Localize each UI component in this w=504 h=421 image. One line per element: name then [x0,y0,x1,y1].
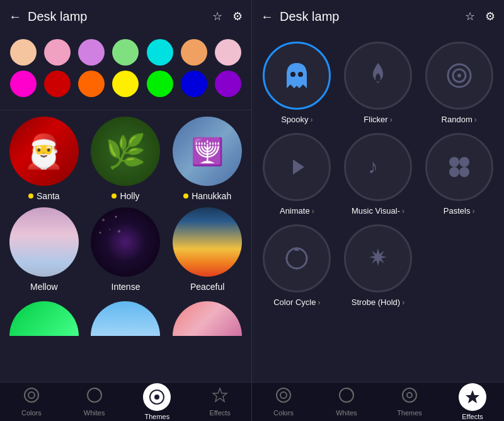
left-nav-whites[interactable]: Whites [63,383,126,421]
color-pink-light[interactable] [44,39,71,66]
theme-pink-partial[interactable] [169,298,245,336]
color-magenta[interactable] [10,71,37,97]
svg-point-20 [449,167,459,177]
left-nav-themes[interactable]: Themes [126,383,189,421]
theme-mellow-circle [9,207,79,277]
spooky-label: Spooky › [281,115,312,124]
right-themes-nav-icon [401,387,418,407]
theme-intense-label: Intense [112,282,140,292]
color-green-light[interactable] [112,39,139,66]
themes-nav-icon-wrap [143,383,171,411]
random-circle [425,42,493,110]
holly-bg: 🌿 [91,117,160,186]
color-peach[interactable] [10,39,37,66]
music-chevron: › [402,207,404,216]
music-icon: ♪ [362,151,394,183]
color-blue[interactable] [181,71,207,97]
right-star-icon[interactable]: ☆ [465,9,475,23]
animate-chevron: › [312,207,314,216]
play-icon [280,151,313,183]
right-effects-scroll[interactable]: Spooky › Flicker › [252,33,504,382]
right-nav-colors[interactable]: Colors [252,383,315,421]
theme-peaceful-label: Peaceful [190,282,224,292]
right-bottom-nav: Colors Whites Themes [252,382,504,421]
theme-mellow-label: Mellow [30,282,58,292]
svg-point-9 [154,395,159,400]
left-star-icon[interactable]: ☆ [212,9,222,23]
left-back-button[interactable]: ← [9,9,21,24]
effect-pastels[interactable]: Pastels › [423,133,495,216]
theme-santa[interactable]: 🎅 Santa [6,117,82,201]
left-nav-colors[interactable]: Colors [0,383,63,421]
spooky-chevron: › [311,115,313,124]
theme-sky-partial[interactable] [88,298,164,336]
svg-text:♪: ♪ [368,155,378,178]
svg-point-3 [100,232,101,234]
holly-dot [112,193,117,199]
theme-peaceful-circle [173,207,242,277]
right-header-icons: ☆ ⚙ [465,9,495,23]
theme-santa-label: Santa [28,191,60,201]
effect-strobe[interactable]: Strobe (Hold) › [342,224,415,307]
effect-color-cycle[interactable]: Color Cycle › [261,224,333,307]
right-nav-themes[interactable]: Themes [378,383,441,421]
color-purple[interactable] [215,71,241,97]
pastels-chevron: › [472,207,474,216]
color-yellow[interactable] [112,71,139,97]
hanukkah-bg: 🕎 [173,117,242,186]
green-partial-circle [9,301,79,336]
left-settings-icon[interactable]: ⚙ [232,9,243,23]
left-header-icons: ☆ ⚙ [212,9,243,23]
effect-animate[interactable]: Animate › [261,133,333,216]
right-panel: ← Desk lamp ☆ ⚙ Spooky › [252,0,504,421]
theme-hanukkah[interactable]: 🕎 Hanukkah [169,117,245,201]
right-settings-icon[interactable]: ⚙ [485,9,495,23]
theme-hanukkah-label: Hanukkah [183,191,231,201]
ghost-icon [279,58,314,93]
color-green[interactable] [147,71,173,97]
svg-point-15 [457,74,461,78]
right-nav-effects-label: Effects [462,413,483,420]
right-nav-effects[interactable]: Effects [441,383,504,421]
svg-point-2 [109,229,110,230]
theme-mellow[interactable]: Mellow [6,207,82,292]
left-themes-scroll[interactable]: 🎅 Santa 🌿 Holly [0,110,251,382]
effect-spooky[interactable]: Spooky › [261,42,333,124]
color-cyan[interactable] [147,39,173,66]
svg-point-5 [25,388,38,402]
svg-point-26 [407,393,412,398]
effect-random[interactable]: Random › [423,42,495,124]
green-partial-wrap [9,298,79,336]
flicker-chevron: › [390,115,392,124]
color-lavender[interactable] [78,39,105,66]
mellow-bg [9,207,79,277]
hanukkah-dot [183,193,188,199]
theme-holly[interactable]: 🌿 Holly [88,117,164,201]
peaceful-bg [173,207,242,277]
pastels-icon [443,151,476,183]
color-orange-dark[interactable] [78,71,105,97]
theme-santa-circle: 🎅 [9,117,79,186]
theme-green-partial[interactable] [6,298,82,336]
effect-flicker[interactable]: Flicker › [342,42,415,124]
color-blush[interactable] [215,39,241,66]
sky-partial-wrap [91,298,160,336]
music-circle: ♪ [344,133,412,201]
right-back-button[interactable]: ← [261,9,273,24]
svg-point-21 [459,167,469,177]
flicker-label: Flicker › [364,115,392,124]
santa-bg: 🎅 [9,117,79,186]
svg-point-11 [290,72,295,77]
right-nav-whites[interactable]: Whites [315,383,378,421]
theme-peaceful[interactable]: Peaceful [169,207,245,292]
right-nav-whites-label: Whites [336,409,357,417]
color-red[interactable] [44,71,71,97]
svg-point-25 [403,388,416,402]
left-nav-whites-label: Whites [84,409,105,417]
svg-marker-10 [213,388,227,401]
effects-nav-icon [464,389,481,405]
theme-intense[interactable]: Intense [88,207,164,292]
effect-music[interactable]: ♪ Music Visual- › [342,133,415,216]
left-nav-effects[interactable]: Effects [188,383,251,421]
color-orange[interactable] [181,39,207,66]
